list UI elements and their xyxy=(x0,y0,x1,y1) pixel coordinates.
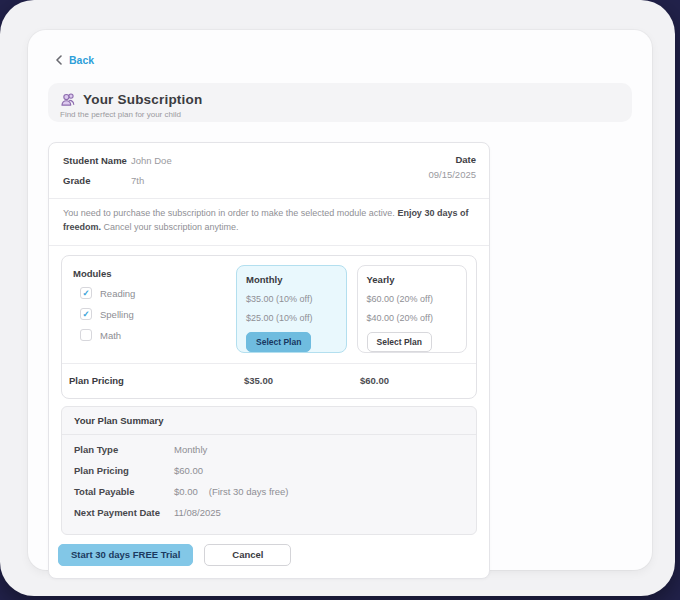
summary-label: Total Payable xyxy=(74,486,174,497)
date-label: Date xyxy=(428,154,476,165)
student-info: Student Name John Doe Grade 7th Date 09/… xyxy=(49,143,489,198)
main-panel: Back Your Subscription Find the perfect … xyxy=(28,30,652,570)
summary-note: (First 30 days free) xyxy=(209,486,289,497)
subscription-card: Student Name John Doe Grade 7th Date 09/… xyxy=(48,142,490,579)
notice-text: You need to purchase the subscription in… xyxy=(63,208,397,218)
plan-price-2: $40.00 (20% off) xyxy=(367,313,458,323)
back-link[interactable]: Back xyxy=(55,53,94,67)
plan-summary: Your Plan Summary Plan Type Monthly Plan… xyxy=(61,406,477,535)
reading-checkbox[interactable]: ✓ xyxy=(80,287,92,299)
select-plan-yearly-button[interactable]: Select Plan xyxy=(367,332,432,352)
monthly-price-value: $35.00 xyxy=(244,375,360,386)
plans-table: Modules ✓ Reading ✓ Spelling Math xyxy=(61,255,477,399)
modules-column: Modules ✓ Reading ✓ Spelling Math xyxy=(69,265,236,353)
start-free-trial-button[interactable]: Start 30 days FREE Trial xyxy=(58,544,193,566)
select-plan-monthly-button[interactable]: Select Plan xyxy=(246,332,311,352)
action-buttons: Start 30 days FREE Trial Cancel xyxy=(58,544,480,566)
date-block: Date 09/15/2025 xyxy=(428,154,476,180)
plan-price-2: $25.00 (10% off) xyxy=(246,313,337,323)
date-value: 09/15/2025 xyxy=(428,169,476,180)
summary-row-plan-pricing: Plan Pricing $60.00 xyxy=(74,460,464,481)
summary-label: Plan Pricing xyxy=(74,465,174,476)
summary-row-plan-type: Plan Type Monthly xyxy=(74,439,464,460)
plan-price-1: $35.00 (10% off) xyxy=(246,294,337,304)
module-item-spelling[interactable]: ✓ Spelling xyxy=(80,308,236,321)
plan-name: Yearly xyxy=(367,274,458,285)
summary-value: Monthly xyxy=(174,444,207,455)
module-label: Spelling xyxy=(100,309,134,320)
notice-line2: Cancel your subscription anytime. xyxy=(101,222,239,232)
yearly-price-value: $60.00 xyxy=(360,375,476,386)
plan-price-1: $60.00 (20% off) xyxy=(367,294,458,304)
summary-row-total-payable: Total Payable $0.00 (First 30 days free) xyxy=(74,481,464,502)
plan-card-yearly: Yearly $60.00 (20% off) $40.00 (20% off)… xyxy=(357,265,468,353)
student-name-label: Student Name xyxy=(63,155,131,166)
page-subtitle: Find the perfect plan for your child xyxy=(60,110,618,119)
app-surface: Back Your Subscription Find the perfect … xyxy=(0,0,675,596)
grade-label: Grade xyxy=(63,175,131,186)
plan-pricing-label: Plan Pricing xyxy=(69,375,244,386)
chevron-left-icon xyxy=(55,55,63,65)
module-item-math[interactable]: Math xyxy=(80,329,236,342)
summary-row-next-payment: Next Payment Date 11/08/2025 xyxy=(74,502,464,523)
modules-header: Modules xyxy=(73,268,236,279)
summary-value: 11/08/2025 xyxy=(174,507,221,518)
spelling-checkbox[interactable]: ✓ xyxy=(80,308,92,320)
plan-name: Monthly xyxy=(246,274,337,285)
summary-value: $0.00 xyxy=(174,486,198,497)
page-title: Your Subscription xyxy=(83,92,202,107)
back-label: Back xyxy=(69,54,94,66)
summary-label: Next Payment Date xyxy=(74,507,174,518)
plan-summary-title: Your Plan Summary xyxy=(62,407,476,435)
people-icon xyxy=(60,91,77,108)
plan-card-monthly: Monthly $35.00 (10% off) $25.00 (10% off… xyxy=(236,265,347,353)
purchase-notice: You need to purchase the subscription in… xyxy=(49,199,489,245)
student-name-value: John Doe xyxy=(131,155,172,166)
divider xyxy=(49,245,489,246)
module-label: Math xyxy=(100,330,121,341)
math-checkbox[interactable] xyxy=(80,329,92,341)
module-label: Reading xyxy=(100,288,135,299)
cancel-button[interactable]: Cancel xyxy=(204,544,291,566)
grade-value: 7th xyxy=(131,175,144,186)
subscription-header: Your Subscription Find the perfect plan … xyxy=(48,83,632,122)
summary-label: Plan Type xyxy=(74,444,174,455)
plan-pricing-row: Plan Pricing $35.00 $60.00 xyxy=(62,363,476,398)
module-item-reading[interactable]: ✓ Reading xyxy=(80,287,236,300)
summary-value: $60.00 xyxy=(174,465,203,476)
